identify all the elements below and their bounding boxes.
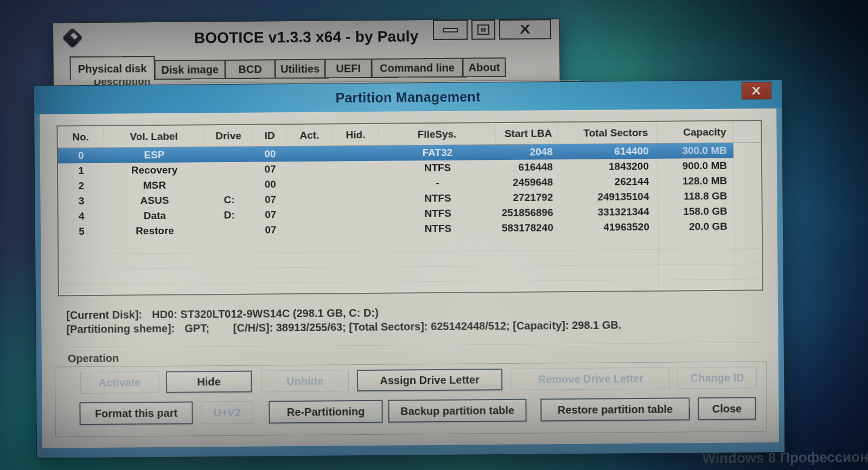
partition-scheme-value: GPT; — [184, 322, 209, 334]
disk-info: [Current Disk]:HD0: ST320LT012-9WS14C (2… — [66, 304, 621, 336]
format-this-part-button[interactable]: Format this part — [79, 402, 193, 426]
cell-filler — [733, 158, 761, 173]
cell-vol_label: Restore — [105, 223, 205, 239]
cell-filesys: NTFS — [380, 205, 496, 222]
tab-bcd[interactable]: BCD — [225, 59, 275, 79]
cell-start_lba: 583178240 — [496, 220, 559, 236]
maximize-button[interactable] — [471, 20, 495, 40]
close-icon: X — [520, 22, 530, 37]
dialog-client-area: No.Vol. LabelDriveIDAct.Hid.FileSys.Star… — [40, 108, 779, 448]
cell-capacity: 158.0 GB — [658, 204, 734, 220]
column-filler — [733, 121, 761, 142]
chs-sectors-capacity-value: [C/H/S]: 38913/255/63; [Total Sectors]: … — [233, 319, 622, 334]
activate-button: Activate — [80, 371, 159, 394]
cell-act — [287, 176, 333, 192]
cell-total_sectors: 1843200 — [558, 159, 658, 175]
cell-capacity: 900.0 MB — [658, 158, 733, 174]
column-header-total_sectors[interactable]: Total Sectors — [558, 122, 657, 144]
cell-total_sectors: 262144 — [558, 174, 658, 190]
backup-partition-table-button[interactable]: Backup partition table — [388, 399, 526, 423]
cell-filesys: - — [379, 175, 496, 191]
cell-act — [288, 222, 334, 237]
minimize-button[interactable] — [433, 20, 468, 41]
re-partitioning-button[interactable]: Re-Partitioning — [269, 400, 382, 424]
cell-id: 00 — [253, 177, 287, 192]
tab-about[interactable]: About — [463, 57, 506, 78]
cell-vol_label: MSR — [104, 177, 205, 193]
cell-no: 1 — [58, 163, 104, 179]
cell-vol_label: ESP — [104, 147, 205, 163]
cell-start_lba: 2721792 — [496, 190, 558, 205]
tab-command-line[interactable]: Command line — [372, 58, 463, 78]
column-header-drive[interactable]: Drive — [204, 125, 253, 147]
hide-button[interactable]: Hide — [166, 371, 252, 393]
assign-drive-letter-button[interactable]: Assign Drive Letter — [357, 369, 502, 391]
tab-disk-image[interactable]: Disk image — [155, 60, 225, 80]
dialog-close-button[interactable]: X — [742, 82, 771, 99]
cell-no: 4 — [59, 209, 105, 224]
partition-scheme-label: [Partitioning sheme]: — [66, 323, 175, 336]
restore-partition-table-button[interactable]: Restore partition table — [540, 397, 690, 421]
column-header-capacity[interactable]: Capacity — [657, 121, 733, 143]
cell-vol_label: ASUS — [104, 192, 205, 208]
current-disk-value: HD0: ST320LT012-9WS14C (298.1 GB, C: D:) — [152, 307, 379, 320]
cell-drive: C: — [205, 192, 253, 208]
cell-filesys: NTFS — [380, 221, 496, 237]
cell-drive — [205, 177, 253, 193]
cell-vol_label: Data — [105, 208, 205, 223]
change-id-button: Change ID — [678, 366, 757, 389]
cell-act — [288, 207, 334, 222]
cell-no: 2 — [58, 178, 104, 194]
column-header-vol_label[interactable]: Vol. Label — [104, 125, 204, 147]
cell-filesys: NTFS — [379, 190, 496, 207]
cell-act — [287, 161, 333, 177]
current-disk-label: [Current Disk]: — [66, 308, 142, 321]
cell-id: 00 — [253, 146, 287, 162]
column-header-id[interactable]: ID — [253, 125, 286, 146]
cell-total_sectors: 331321344 — [559, 204, 658, 220]
cell-total_sectors: 249135104 — [558, 189, 658, 205]
cell-act — [287, 191, 333, 207]
tab-uefi[interactable]: UEFI — [325, 59, 372, 79]
cell-filesys: NTFS — [379, 160, 496, 176]
cell-drive — [205, 223, 254, 239]
column-header-no[interactable]: No. — [58, 126, 104, 148]
cell-start_lba: 616448 — [496, 159, 558, 175]
cell-drive — [205, 147, 253, 163]
cell-hid — [334, 222, 380, 237]
close-button[interactable]: Close — [698, 397, 756, 420]
cell-no: 0 — [58, 148, 104, 164]
cell-capacity: 300.0 MB — [658, 143, 733, 159]
column-header-start_lba[interactable]: Start LBA — [495, 123, 558, 144]
cell-capacity: 118.8 GB — [658, 189, 733, 204]
cell-filesys: FAT32 — [379, 145, 496, 161]
remove-drive-letter-button: Remove Drive Letter — [512, 368, 670, 390]
window-controls: X — [433, 19, 551, 40]
cell-id: 07 — [254, 207, 288, 222]
close-window-button[interactable]: X — [499, 19, 551, 40]
cell-capacity: 20.0 GB — [658, 219, 734, 235]
cell-filler — [734, 218, 762, 234]
cell-hid — [333, 191, 379, 207]
operation-group-label: Operation — [68, 352, 119, 365]
cell-start_lba: 2459648 — [496, 175, 558, 190]
cell-no: 5 — [59, 224, 105, 240]
partition-table: No.Vol. LabelDriveIDAct.Hid.FileSys.Star… — [56, 120, 763, 296]
cell-act — [287, 146, 333, 162]
column-header-filesys[interactable]: FileSys. — [379, 123, 495, 145]
cell-drive: D: — [205, 208, 254, 223]
tab-physical-disk[interactable]: Physical disk — [69, 56, 155, 80]
u-v2-button: U+V2 — [201, 401, 252, 424]
cell-id: 07 — [253, 192, 287, 207]
column-header-act[interactable]: Act. — [286, 124, 333, 146]
cell-hid — [334, 207, 380, 222]
cell-start_lba: 251856896 — [496, 205, 559, 221]
cell-capacity: 128.0 MB — [658, 173, 733, 189]
close-icon: X — [752, 84, 761, 97]
dialog-title: Partition Management — [335, 89, 480, 106]
cell-id: 07 — [253, 162, 287, 177]
cell-id: 07 — [254, 222, 288, 237]
column-header-hid[interactable]: Hid. — [333, 124, 379, 146]
unhide-button: Unhide — [261, 370, 349, 392]
tab-utilities[interactable]: Utilities — [275, 59, 325, 79]
